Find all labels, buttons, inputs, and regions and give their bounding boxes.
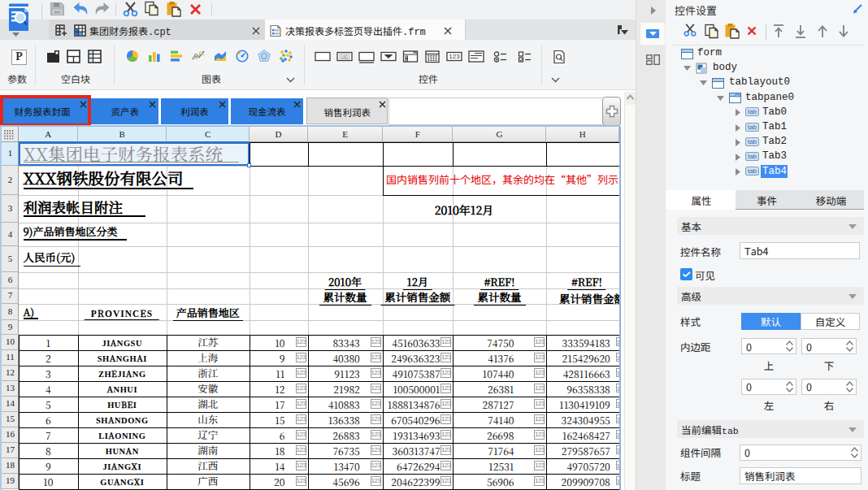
svg-text:lab: lab (341, 54, 348, 59)
svg-text:123: 123 (449, 53, 460, 60)
